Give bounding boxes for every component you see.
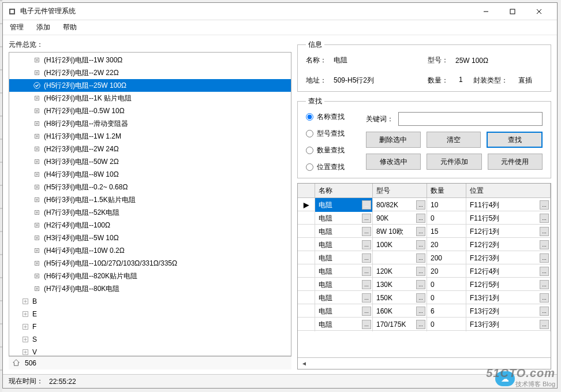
- cell-name[interactable]: 电阻...: [315, 238, 373, 252]
- cell-ellipsis-button[interactable]: ...: [416, 280, 425, 289]
- cell-ellipsis-button[interactable]: ...: [416, 320, 425, 329]
- table-row[interactable]: 电阻...120K...20F12行4列...: [298, 264, 551, 278]
- row-selector[interactable]: [298, 278, 315, 292]
- cell-ellipsis-button[interactable]: ...: [362, 253, 371, 263]
- table-row[interactable]: ▶电阻...80/82K...10F11行4列...: [298, 198, 551, 211]
- cell-ellipsis-button[interactable]: ...: [540, 240, 549, 249]
- tree-item[interactable]: (H7行3列)电阻--52K电阻: [9, 206, 291, 219]
- component-tree[interactable]: (H1行2列)电阻--1W 300Ω(H2行2列)电阻--2W 22Ω(H5行2…: [9, 53, 291, 356]
- row-selector[interactable]: [298, 225, 315, 238]
- cell-ellipsis-button[interactable]: ...: [416, 293, 425, 303]
- cell-ellipsis-button[interactable]: ...: [540, 307, 549, 316]
- table-row[interactable]: 电阻...160K...6F13行2列...: [298, 304, 551, 318]
- tree-item[interactable]: (H6行3列)电阻--1.5K贴片电阻: [9, 193, 291, 206]
- tree-item[interactable]: (H8行2列)电阻--滑动变阻器: [9, 117, 291, 130]
- grid-header-name[interactable]: 名称: [315, 184, 373, 197]
- cell-model[interactable]: 8W 10欧...: [373, 225, 427, 238]
- cell-loc[interactable]: F11行5列...: [466, 211, 551, 225]
- grid-scrollbar[interactable]: ◄: [298, 357, 551, 369]
- cell-ellipsis-button[interactable]: ...: [362, 293, 371, 303]
- tree-item[interactable]: (H7行2列)电阻--0.5W 10Ω: [9, 104, 291, 117]
- add-item-button[interactable]: 元件添加: [427, 154, 481, 170]
- cell-ellipsis-button[interactable]: ...: [416, 214, 425, 223]
- cell-model[interactable]: ...: [373, 251, 427, 265]
- cell-loc[interactable]: F12行1列...: [466, 225, 551, 238]
- cell-ellipsis-button[interactable]: ...: [362, 240, 371, 249]
- cell-qty[interactable]: 10: [427, 198, 466, 212]
- cell-model[interactable]: 160K...: [373, 304, 427, 318]
- radio-name[interactable]: 名称查找: [306, 112, 358, 122]
- menu-help[interactable]: 帮助: [61, 21, 79, 33]
- radio-model-input[interactable]: [306, 130, 313, 137]
- radio-model[interactable]: 型号查找: [306, 129, 358, 139]
- tree-item[interactable]: (H2行3列)电阻--2W 24Ω: [9, 143, 291, 155]
- table-row[interactable]: 电阻...8W 10欧...15F12行1列...: [298, 225, 551, 238]
- cell-ellipsis-button[interactable]: ...: [362, 200, 371, 210]
- cell-ellipsis-button[interactable]: ...: [540, 320, 549, 329]
- tree-item[interactable]: (H5行4列)电阻--10Ω/27Ω/103Ω/331Ω/335Ω: [9, 257, 291, 270]
- tree-item[interactable]: (H3行4列)电阻--5W 10Ω: [9, 232, 291, 244]
- cell-ellipsis-button[interactable]: ...: [540, 253, 549, 263]
- radio-loc[interactable]: 位置查找: [306, 162, 358, 172]
- tree-item[interactable]: (H3行3列)电阻--50W 2Ω: [9, 155, 291, 168]
- cell-qty[interactable]: 6: [427, 304, 466, 318]
- grid-header-selector[interactable]: [298, 184, 315, 197]
- cell-name[interactable]: 电阻...: [315, 251, 373, 265]
- cell-qty[interactable]: 0: [427, 291, 466, 305]
- row-selector[interactable]: [298, 238, 315, 252]
- search-button[interactable]: 查找: [487, 132, 543, 148]
- cell-qty[interactable]: 0: [427, 211, 466, 225]
- use-item-button[interactable]: 元件使用: [488, 154, 543, 170]
- cell-loc[interactable]: F12行2列...: [466, 238, 551, 252]
- tree-category[interactable]: V: [9, 346, 291, 356]
- cell-qty[interactable]: 0: [427, 278, 466, 292]
- clear-button[interactable]: 清空: [427, 132, 481, 148]
- table-row[interactable]: 电阻...170/175K...0F13行3列...: [298, 318, 551, 331]
- menu-manage[interactable]: 管理: [8, 21, 26, 33]
- cell-ellipsis-button[interactable]: ...: [540, 267, 549, 276]
- row-selector[interactable]: ▶: [298, 198, 315, 212]
- row-selector[interactable]: [298, 291, 315, 305]
- grid-header-model[interactable]: 型号: [373, 184, 427, 197]
- grid-body[interactable]: ▶电阻...80/82K...10F11行4列...电阻...90K...0F1…: [298, 198, 551, 357]
- cell-name[interactable]: 电阻...: [315, 304, 373, 318]
- radio-qty[interactable]: 数量查找: [306, 145, 358, 155]
- radio-name-input[interactable]: [306, 113, 313, 121]
- cell-qty[interactable]: 200: [427, 251, 466, 265]
- row-selector[interactable]: [298, 264, 315, 278]
- tree-item[interactable]: (H6行2列)电阻--1K 贴片电阻: [9, 92, 291, 104]
- cell-name[interactable]: 电阻...: [315, 198, 373, 212]
- cell-loc[interactable]: F12行5列...: [466, 278, 551, 292]
- cell-loc[interactable]: F11行4列...: [466, 198, 551, 212]
- cell-ellipsis-button[interactable]: ...: [362, 227, 371, 236]
- cell-ellipsis-button[interactable]: ...: [416, 240, 425, 249]
- menu-add[interactable]: 添加: [34, 21, 53, 33]
- cell-ellipsis-button[interactable]: ...: [416, 200, 425, 210]
- cell-model[interactable]: 80/82K...: [373, 198, 427, 212]
- cell-ellipsis-button[interactable]: ...: [540, 200, 549, 210]
- tree-item[interactable]: (H1行3列)电阻--1W 1.2M: [9, 130, 291, 143]
- tree-item[interactable]: (H2行2列)电阻--2W 22Ω: [9, 66, 291, 79]
- table-row[interactable]: 电阻...100K...20F12行2列...: [298, 238, 551, 251]
- cell-ellipsis-button[interactable]: ...: [416, 307, 425, 316]
- cell-name[interactable]: 电阻...: [315, 291, 373, 305]
- tree-category[interactable]: S: [9, 333, 291, 346]
- cell-ellipsis-button[interactable]: ...: [416, 253, 425, 263]
- minimize-button[interactable]: [473, 3, 499, 20]
- cell-ellipsis-button[interactable]: ...: [362, 320, 371, 329]
- cell-ellipsis-button[interactable]: ...: [416, 267, 425, 276]
- row-selector[interactable]: [298, 304, 315, 318]
- cell-loc[interactable]: F12行4列...: [466, 264, 551, 278]
- cell-qty[interactable]: 20: [427, 264, 466, 278]
- table-row[interactable]: 电阻...130K...0F12行5列...: [298, 278, 551, 291]
- cell-ellipsis-button[interactable]: ...: [362, 214, 371, 223]
- cell-name[interactable]: 电阻...: [315, 318, 373, 331]
- cell-name[interactable]: 电阻...: [315, 278, 373, 292]
- table-row[interactable]: 电阻...90K...0F11行5列...: [298, 211, 551, 225]
- cell-model[interactable]: 170/175K...: [373, 318, 427, 331]
- cell-loc[interactable]: F13行1列...: [466, 291, 551, 305]
- tree-item[interactable]: (H2行4列)电阻--100Ω: [9, 219, 291, 232]
- maximize-button[interactable]: [499, 3, 526, 20]
- cell-loc[interactable]: F13行3列...: [466, 318, 551, 331]
- cell-model[interactable]: 90K...: [373, 211, 427, 225]
